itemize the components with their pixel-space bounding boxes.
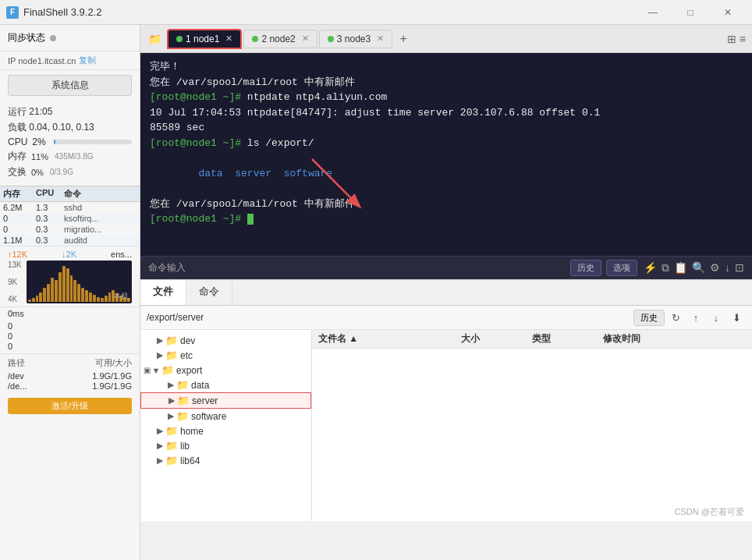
term-line: 您在 /var/spool/mail/root 中有新邮件: [150, 75, 743, 90]
file-table-body: [312, 349, 752, 355]
current-path: /export/server: [147, 312, 629, 323]
tab-node3[interactable]: 3 node3 ✕: [319, 30, 392, 48]
folder-icon: 📁: [177, 395, 190, 406]
net-bar: [93, 295, 96, 302]
net-bar: [66, 268, 69, 302]
fm-refresh-icon[interactable]: ↻: [666, 308, 685, 327]
tree-item-data[interactable]: ▶ 📁 data: [140, 377, 311, 392]
tab-close-3[interactable]: ✕: [377, 34, 384, 44]
csdn-watermark: CSDN @芒着可爱: [675, 506, 744, 518]
col-header-mtime[interactable]: 修改时间: [603, 332, 746, 346]
fm-history-button[interactable]: 历史: [633, 310, 665, 326]
disk-path: /dev: [8, 371, 24, 381]
file-manager-body: ▶ 📁 dev ▶ 📁 etc ▣ ▼ 📁: [140, 330, 752, 521]
fm-download-icon[interactable]: ↓: [707, 308, 725, 327]
file-manager-tabs: 文件 命令: [140, 280, 752, 306]
lightning-icon[interactable]: ⚡: [644, 261, 657, 275]
options-button[interactable]: 选项: [606, 260, 637, 276]
cpu-row: CPU 2%: [8, 136, 132, 147]
term-line: 85589 sec: [150, 120, 743, 136]
upgrade-button[interactable]: 激活/升级: [8, 398, 132, 414]
terminal-area[interactable]: 完毕！ 您在 /var/spool/mail/root 中有新邮件 [root@…: [140, 53, 752, 256]
fm-upload-icon[interactable]: ↑: [686, 308, 705, 327]
download-icon[interactable]: ↓: [725, 261, 730, 275]
search-icon[interactable]: 🔍: [692, 261, 705, 275]
proc-mem: 0: [3, 214, 36, 223]
app-title: FinalShell 3.9.2.2: [23, 6, 101, 18]
disk-path-label: 路径: [8, 357, 25, 369]
proc-header-cmd[interactable]: 命令: [64, 188, 137, 200]
net-bar: [73, 280, 76, 302]
net-local-label: 本机: [113, 291, 129, 302]
disk-row: /de... 1.9G/1.9G: [8, 381, 132, 391]
col-header-name[interactable]: 文件名 ▲: [318, 332, 461, 346]
net-scale-4k: 4K: [8, 295, 22, 303]
file-table-header: 文件名 ▲ 大小 类型 修改时间: [312, 330, 752, 349]
settings-icon[interactable]: ⚙: [710, 261, 720, 275]
disk-avail: 1.9G/1.9G: [92, 381, 132, 391]
disk-path: /de...: [8, 381, 27, 391]
cpu-bar-fill: [54, 140, 55, 144]
net-bar: [101, 298, 104, 302]
fm-download2-icon[interactable]: ⬇: [727, 308, 746, 327]
clipboard-icon[interactable]: 📋: [674, 261, 687, 275]
net-scale-9k: 9K: [8, 278, 22, 286]
close-button[interactable]: ✕: [710, 0, 746, 25]
maximize-button[interactable]: □: [672, 0, 708, 25]
disk-avail-label: 可用/大小: [95, 357, 132, 369]
sync-status: 同步状态: [0, 25, 140, 51]
copy-icon[interactable]: ⧉: [662, 261, 669, 275]
net-bar: [55, 280, 58, 302]
terminal-icon-buttons: ⚡ ⧉ 📋 🔍 ⚙ ↓ ⊡: [644, 261, 744, 275]
tree-item-home[interactable]: ▶ 📁 home: [140, 424, 311, 438]
tab-close-2[interactable]: ✕: [302, 34, 309, 44]
history-button[interactable]: 历史: [570, 260, 601, 276]
tree-item-etc[interactable]: ▶ 📁 etc: [140, 348, 311, 363]
proc-row: 0 0.3 migratio...: [0, 224, 140, 235]
net-down: ↓2K: [62, 250, 76, 259]
command-input-label[interactable]: 命令输入: [148, 261, 564, 275]
term-line: 您在 /var/spool/mail/root 中有新邮件: [150, 197, 743, 212]
folder-icon: 📁: [176, 410, 189, 422]
tree-item-lib64[interactable]: ▶ 📁 lib64: [140, 453, 311, 468]
proc-header-cpu[interactable]: CPU: [36, 188, 64, 200]
add-tab-button[interactable]: +: [394, 30, 413, 48]
window-controls: — □ ✕: [635, 0, 746, 25]
minimize-button[interactable]: —: [635, 0, 671, 25]
col-header-size[interactable]: 大小: [461, 332, 532, 346]
tree-item-dev[interactable]: ▶ 📁 dev: [140, 333, 311, 348]
net-header: ↑12K ↓2K ens...: [8, 250, 132, 259]
grid-layout-button[interactable]: ⊞: [727, 33, 736, 45]
fm-tab-files[interactable]: 文件: [140, 280, 186, 305]
tab-node1[interactable]: 1 node1 ✕: [167, 29, 242, 49]
load-row: 负载 0.04, 0.10, 0.13: [8, 121, 132, 134]
fm-tab-commands[interactable]: 命令: [186, 280, 232, 305]
net-bar: [108, 292, 112, 302]
net-scale-13k: 13K: [8, 261, 22, 269]
sys-info-button[interactable]: 系统信息: [8, 75, 132, 96]
mem-value: 435M/3.8G: [55, 152, 93, 161]
folder-icon: 📁: [165, 440, 178, 452]
tab-node2[interactable]: 2 node2 ✕: [243, 30, 317, 48]
title-bar: F FinalShell 3.9.2.2 — □ ✕: [0, 0, 752, 25]
tree-item-server[interactable]: ▶ 📁 server: [140, 392, 311, 409]
fullscreen-icon[interactable]: ⊡: [735, 261, 744, 275]
tree-item-software[interactable]: ▶ 📁 software: [140, 409, 311, 424]
latency-row: 0: [8, 342, 132, 351]
tab-close-1[interactable]: ✕: [225, 34, 232, 44]
tab-folder-button[interactable]: 📁: [144, 28, 165, 50]
latency-row: 0: [8, 331, 132, 341]
cpu-value: 2%: [32, 136, 45, 147]
tree-item-export[interactable]: ▣ ▼ 📁 export: [140, 363, 311, 377]
menu-button[interactable]: ≡: [740, 33, 746, 45]
tree-item-lib[interactable]: ▶ 📁 lib: [140, 438, 311, 453]
proc-header-mem[interactable]: 内存: [3, 188, 36, 200]
net-up: ↑12K: [8, 250, 27, 259]
disk-header: 路径 可用/大小: [8, 357, 132, 369]
net-bar: [105, 296, 108, 302]
net-bar: [28, 299, 31, 302]
net-ens: ens...: [111, 250, 132, 259]
tab-label-3: 3 node3: [337, 34, 371, 44]
copy-ip-button[interactable]: 复制: [79, 55, 96, 66]
col-header-type[interactable]: 类型: [532, 332, 603, 346]
